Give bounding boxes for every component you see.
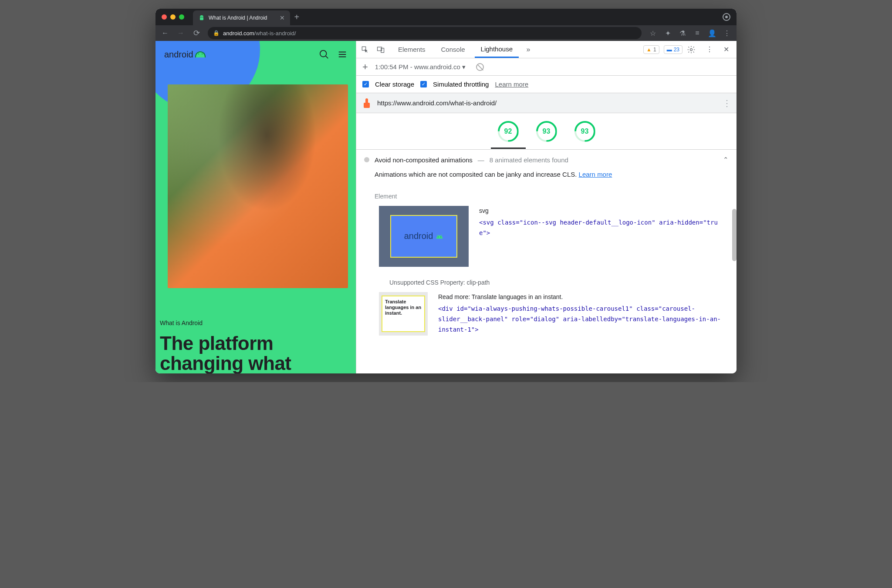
page-viewport: android What is Android The platform cha… xyxy=(155,41,356,373)
audit-description: Animations which are not composited can … xyxy=(356,170,737,188)
inspect-icon[interactable] xyxy=(361,45,373,54)
score-gauge-3[interactable]: 93 xyxy=(574,121,595,142)
page-eyebrow: What is Android xyxy=(160,319,351,326)
back-button[interactable]: ← xyxy=(161,29,169,37)
android-head-icon xyxy=(195,51,206,57)
new-tab-button[interactable]: + xyxy=(294,12,300,22)
element-html[interactable]: <svg class="icon--svg header-default__lo… xyxy=(479,218,729,239)
tab-console[interactable]: Console xyxy=(435,41,471,58)
tab-lighthouse[interactable]: Lighthouse xyxy=(475,41,519,58)
reading-list-icon[interactable]: ≡ xyxy=(693,29,702,37)
tab-title: What is Android | Android xyxy=(209,15,267,21)
close-devtools-icon[interactable]: ✕ xyxy=(720,45,732,54)
element-thumbnail[interactable]: android xyxy=(379,206,469,267)
throttling-label: Simulated throttling xyxy=(433,81,489,88)
element-html[interactable]: <div id="wia-always-pushing-whats-possib… xyxy=(438,304,729,335)
tab-close-icon[interactable]: ✕ xyxy=(280,14,285,21)
more-tabs-icon[interactable]: » xyxy=(522,46,534,54)
element-tag: svg xyxy=(479,206,729,216)
score-gauge-2[interactable]: 93 xyxy=(536,121,557,142)
audit-status-icon xyxy=(364,157,369,162)
svg-line-5 xyxy=(437,235,438,235)
browser-tab[interactable]: What is Android | Android ✕ xyxy=(193,10,290,25)
android-head-icon xyxy=(436,234,443,239)
android-favicon-icon xyxy=(198,14,205,21)
audit-learn-more-link[interactable]: Learn more xyxy=(579,171,612,178)
score-gauge-1[interactable]: 92 xyxy=(498,121,519,142)
element-row: android svg <svg class="icon--svg header… xyxy=(356,206,737,279)
star-icon[interactable]: ☆ xyxy=(649,29,657,37)
maximize-window-button[interactable] xyxy=(179,14,184,20)
device-toggle-icon[interactable] xyxy=(376,45,389,54)
forward-button[interactable]: → xyxy=(176,29,185,37)
kebab-icon[interactable]: ⋮ xyxy=(703,45,716,54)
clear-storage-label: Clear storage xyxy=(375,81,414,88)
url-path: /what-is-android/ xyxy=(254,30,296,37)
throttling-checkbox[interactable]: ✓ xyxy=(420,81,427,87)
element-row: Translate languages in an instant. Read … xyxy=(356,292,737,336)
score-gauges: 92 93 93 xyxy=(356,113,737,150)
svg-rect-1 xyxy=(381,48,384,52)
clear-icon[interactable] xyxy=(476,63,484,71)
labs-icon[interactable]: ⚗ xyxy=(678,29,687,37)
learn-more-link[interactable]: Learn more xyxy=(495,81,528,88)
audit-header[interactable]: Avoid non-composited animations — 8 anim… xyxy=(356,150,737,170)
svg-point-3 xyxy=(438,236,439,237)
profile-icon[interactable]: 👤 xyxy=(708,29,716,37)
url-menu-icon[interactable]: ⋮ xyxy=(723,98,730,108)
search-icon[interactable] xyxy=(319,50,329,59)
hamburger-menu-icon[interactable] xyxy=(338,50,347,59)
element-thumbnail[interactable]: Translate languages in an instant. xyxy=(379,292,428,336)
svg-point-2 xyxy=(690,48,693,50)
lock-icon: 🔒 xyxy=(213,30,220,36)
audited-url: https://www.android.com/what-is-android/ xyxy=(377,99,497,107)
reload-button[interactable]: ⟳ xyxy=(192,28,201,38)
close-window-button[interactable] xyxy=(162,14,167,20)
tab-elements[interactable]: Elements xyxy=(392,41,432,58)
extensions-icon[interactable]: ✦ xyxy=(663,29,672,37)
report-selector[interactable]: 1:00:54 PM - www.android.co ▾ xyxy=(375,63,466,71)
unsupported-label: Unsupported CSS Property: clip-path xyxy=(356,279,737,292)
chevron-up-icon: ⌃ xyxy=(723,156,729,164)
browser-addressbar: ← → ⟳ 🔒 android.com/what-is-android/ ☆ ✦… xyxy=(155,25,737,41)
devtools-panel: Elements Console Lighthouse » ▲1 ▬23 ⋮ ✕… xyxy=(356,41,737,373)
url-domain: android.com xyxy=(223,30,254,37)
account-icon[interactable] xyxy=(723,13,730,21)
svg-point-4 xyxy=(441,236,442,237)
browser-titlebar: What is Android | Android ✕ + xyxy=(155,9,737,25)
audit-subtitle: 8 animated elements found xyxy=(490,156,568,164)
lighthouse-icon xyxy=(362,98,371,108)
page-heading: The platform changing what xyxy=(160,333,351,373)
info-badge[interactable]: ▬23 xyxy=(664,45,683,54)
menu-icon[interactable]: ⋮ xyxy=(723,29,731,37)
element-section-label: Element xyxy=(356,188,737,206)
minimize-window-button[interactable] xyxy=(170,14,176,20)
gear-icon[interactable] xyxy=(687,45,699,54)
svg-line-6 xyxy=(441,235,442,235)
scrollbar-thumb[interactable] xyxy=(732,209,737,261)
new-report-button[interactable]: + xyxy=(362,61,368,73)
url-input[interactable]: 🔒 android.com/what-is-android/ xyxy=(208,27,642,39)
audit-title: Avoid non-composited animations xyxy=(375,156,473,164)
element-readmore: Read more: Translate languages in an ins… xyxy=(438,292,729,302)
chevron-down-icon: ▾ xyxy=(462,63,466,71)
android-logo[interactable]: android xyxy=(164,50,206,60)
hero-image xyxy=(168,84,348,288)
warnings-badge[interactable]: ▲1 xyxy=(643,45,659,54)
clear-storage-checkbox[interactable]: ✓ xyxy=(362,81,369,87)
